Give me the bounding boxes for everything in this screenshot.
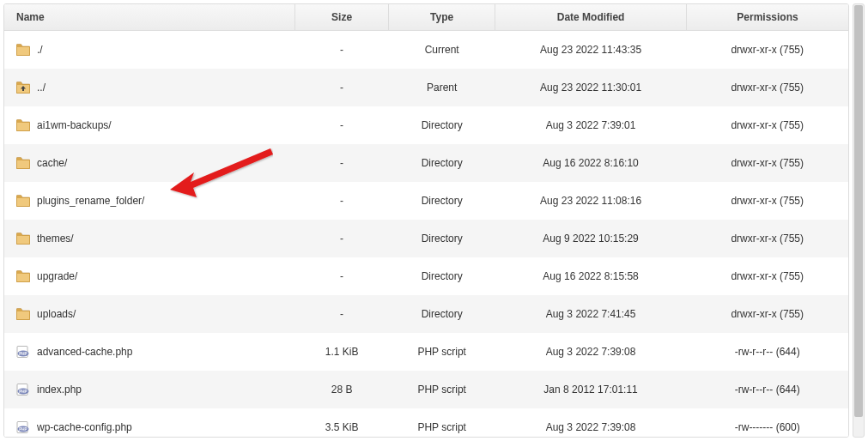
table-row[interactable]: PHPadvanced-cache.php1.1 KiBPHP scriptAu… (4, 333, 848, 371)
cell-name[interactable]: cache/ (4, 144, 295, 182)
file-name-label: index.php (37, 384, 82, 396)
file-name-label: themes/ (37, 233, 74, 245)
col-header-name[interactable]: Name (4, 4, 295, 31)
cell-perm: drwxr-xr-x (755) (686, 295, 848, 333)
table-row[interactable]: ./-CurrentAug 23 2022 11:43:35drwxr-xr-x… (4, 31, 848, 69)
cell-size: - (295, 295, 389, 333)
cell-perm: -rw------- (600) (686, 408, 848, 438)
col-header-size[interactable]: Size (295, 4, 389, 31)
cell-size: - (295, 106, 389, 144)
cell-size: - (295, 182, 389, 220)
cell-type: Directory (389, 257, 495, 295)
cell-name[interactable]: ai1wm-backups/ (4, 106, 295, 144)
cell-type: PHP script (389, 371, 495, 408)
cell-perm: drwxr-xr-x (755) (686, 257, 848, 295)
cell-perm: drwxr-xr-x (755) (686, 220, 848, 257)
cell-name[interactable]: uploads/ (4, 295, 295, 333)
cell-size: - (295, 220, 389, 257)
folder-icon (16, 270, 30, 282)
cell-type: PHP script (389, 408, 495, 438)
cell-type: Directory (389, 295, 495, 333)
folder-icon (16, 157, 30, 169)
cell-name[interactable]: PHPadvanced-cache.php (4, 333, 295, 371)
cell-perm: drwxr-xr-x (755) (686, 106, 848, 144)
cell-perm: drwxr-xr-x (755) (686, 144, 848, 182)
cell-date: Aug 3 2022 7:39:08 (495, 333, 687, 371)
cell-perm: -rw-r--r-- (644) (686, 371, 848, 408)
table-row[interactable]: upgrade/-DirectoryAug 16 2022 8:15:58drw… (4, 257, 848, 295)
scrollbar[interactable] (853, 3, 865, 438)
cell-date: Aug 16 2022 8:16:10 (495, 144, 687, 182)
table-row[interactable]: PHPwp-cache-config.php3.5 KiBPHP scriptA… (4, 408, 848, 438)
file-name-label: upgrade/ (37, 270, 77, 282)
table-row[interactable]: PHPindex.php28 BPHP scriptJan 8 2012 17:… (4, 371, 848, 408)
cell-name[interactable]: ../ (4, 69, 295, 106)
cell-date: Aug 23 2022 11:43:35 (495, 31, 687, 69)
up-icon (16, 82, 30, 94)
cell-date: Aug 9 2022 10:15:29 (495, 220, 687, 257)
cell-perm: -rw-r--r-- (644) (686, 333, 848, 371)
cell-date: Aug 16 2022 8:15:58 (495, 257, 687, 295)
cell-date: Aug 3 2022 7:39:01 (495, 106, 687, 144)
cell-date: Aug 3 2022 7:39:08 (495, 408, 687, 438)
scrollbar-thumb[interactable] (854, 5, 863, 417)
cell-type: PHP script (389, 333, 495, 371)
cell-type: Directory (389, 144, 495, 182)
col-header-perm[interactable]: Permissions (686, 4, 848, 31)
file-name-label: ../ (37, 82, 46, 94)
file-name-label: wp-cache-config.php (37, 421, 132, 433)
cell-name[interactable]: themes/ (4, 220, 295, 257)
cell-date: Aug 3 2022 7:41:45 (495, 295, 687, 333)
folder-icon (16, 308, 30, 320)
svg-text:PHP: PHP (19, 351, 27, 355)
file-name-label: ai1wm-backups/ (37, 119, 112, 131)
cell-name[interactable]: plugins_rename_folder/ (4, 182, 295, 220)
cell-perm: drwxr-xr-x (755) (686, 31, 848, 69)
file-name-label: plugins_rename_folder/ (37, 195, 144, 207)
cell-size: 28 B (295, 371, 389, 408)
svg-text:PHP: PHP (19, 389, 27, 393)
php-icon: PHP (16, 346, 30, 358)
col-header-date[interactable]: Date Modified (495, 4, 687, 31)
cell-type: Directory (389, 220, 495, 257)
table-row[interactable]: themes/-DirectoryAug 9 2022 10:15:29drwx… (4, 220, 848, 257)
table-header-row: Name Size Type Date Modified Permissions (4, 4, 848, 31)
cell-name[interactable]: PHPindex.php (4, 371, 295, 408)
cell-perm: drwxr-xr-x (755) (686, 182, 848, 220)
cell-date: Jan 8 2012 17:01:11 (495, 371, 687, 408)
svg-text:PHP: PHP (19, 426, 27, 431)
file-name-label: uploads/ (37, 308, 76, 320)
cell-date: Aug 23 2022 11:08:16 (495, 182, 687, 220)
table-row[interactable]: plugins_rename_folder/-DirectoryAug 23 2… (4, 182, 848, 220)
cell-name[interactable]: ./ (4, 31, 295, 69)
cell-size: - (295, 31, 389, 69)
file-table: Name Size Type Date Modified Permissions… (4, 4, 848, 438)
cell-type: Parent (389, 69, 495, 106)
col-header-type[interactable]: Type (389, 4, 495, 31)
cell-perm: drwxr-xr-x (755) (686, 69, 848, 106)
cell-size: 1.1 KiB (295, 333, 389, 371)
cell-type: Directory (389, 182, 495, 220)
file-name-label: cache/ (37, 157, 67, 169)
table-row[interactable]: ai1wm-backups/-DirectoryAug 3 2022 7:39:… (4, 106, 848, 144)
cell-type: Directory (389, 106, 495, 144)
cell-date: Aug 23 2022 11:30:01 (495, 69, 687, 106)
folder-icon (16, 44, 30, 56)
cell-size: - (295, 69, 389, 106)
folder-icon (16, 195, 30, 207)
folder-icon (16, 119, 30, 131)
table-row[interactable]: cache/-DirectoryAug 16 2022 8:16:10drwxr… (4, 144, 848, 182)
cell-size: - (295, 144, 389, 182)
cell-name[interactable]: upgrade/ (4, 257, 295, 295)
php-icon: PHP (16, 384, 30, 396)
table-row[interactable]: uploads/-DirectoryAug 3 2022 7:41:45drwx… (4, 295, 848, 333)
cell-size: - (295, 257, 389, 295)
cell-type: Current (389, 31, 495, 69)
file-name-label: advanced-cache.php (37, 346, 132, 358)
cell-name[interactable]: PHPwp-cache-config.php (4, 408, 295, 438)
file-panel: Name Size Type Date Modified Permissions… (3, 3, 849, 438)
table-row[interactable]: ../-ParentAug 23 2022 11:30:01drwxr-xr-x… (4, 69, 848, 106)
cell-size: 3.5 KiB (295, 408, 389, 438)
folder-icon (16, 233, 30, 245)
php-icon: PHP (16, 421, 30, 433)
